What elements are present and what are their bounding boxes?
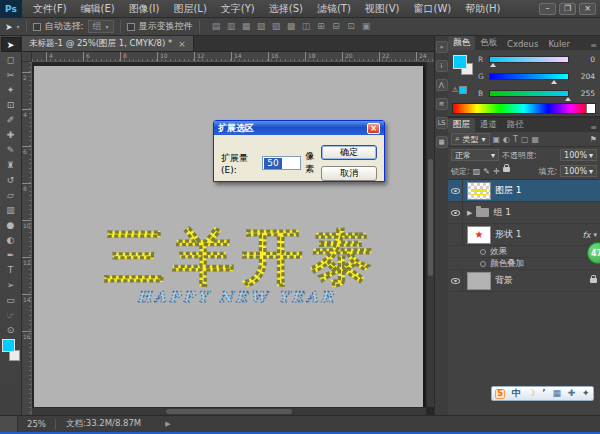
slider-thumb[interactable] [551,80,557,84]
expand-amount-input[interactable]: 50 [262,156,301,170]
menu-layer[interactable]: 图层(L) [166,0,213,17]
opacity-field[interactable]: 100% ▾ [560,149,597,161]
align-left-icon[interactable]: ▤ [210,20,223,33]
lasso-tool[interactable]: ✂ [1,67,21,82]
menu-filter[interactable]: 滤镜(T) [310,0,358,17]
scrollbar-thumb[interactable] [166,409,292,414]
lock-position-icon[interactable]: ✛ [493,167,500,176]
accelerator-ball[interactable]: 47 [587,240,600,266]
green-slider[interactable] [489,73,569,80]
dialog-close-icon[interactable]: × [367,123,380,134]
foreground-color-well[interactable] [453,55,467,69]
tab-paths[interactable]: 路径 [502,118,529,132]
tab-channels[interactable]: 通道 [475,118,502,132]
layer-thumbnail[interactable] [467,272,491,290]
visibility-toggle[interactable] [448,270,463,291]
styles-panel-icon[interactable]: ▦ [436,136,448,148]
align-right-icon[interactable]: ▦ [240,20,253,33]
ime-keyboard-icon[interactable]: ▦ [553,389,562,398]
dialog-title-bar[interactable]: 扩展选区 × [214,121,384,135]
tab-swatches[interactable]: 色板 [475,36,502,50]
quick-selection-tool[interactable]: ✦ [1,82,21,97]
layer-name[interactable]: 图层 1 [495,184,522,197]
fx-icon[interactable]: fx [582,230,590,240]
ime-punctuation-icon[interactable]: ’ [542,389,545,398]
crop-tool[interactable]: ⊡ [1,97,21,112]
arrange-3d-icon[interactable]: ▣ [360,20,373,33]
menu-window[interactable]: 窗口(W) [406,0,458,17]
hand-tool[interactable]: ☞ [1,307,21,322]
menu-edit[interactable]: 编辑(E) [74,0,122,17]
filter-adjustment-icon[interactable]: ◐ [503,135,510,144]
vertical-ruler[interactable]: 2 4 6 8 10 12 14 16 [22,62,32,415]
menu-select[interactable]: 选择(S) [262,0,310,17]
close-button[interactable]: × [579,3,596,15]
dodge-tool[interactable]: ◐ [1,232,21,247]
chevron-down-icon[interactable]: ▾ [593,231,597,239]
filter-kind-dropdown[interactable]: ⌕ 类型 ▾ [451,133,490,145]
tab-cxdeus[interactable]: Cxdeus [502,38,543,50]
distribute-right-icon[interactable]: ⊟ [330,20,343,33]
foreground-color-swatch[interactable] [2,339,15,352]
spot-healing-tool[interactable]: ✚ [1,127,21,142]
filter-type-icon[interactable]: T [513,135,518,144]
menu-file[interactable]: 文件(F) [26,0,74,17]
cancel-button[interactable]: 取消 [321,166,377,181]
ls-plugin-icon[interactable]: LS [436,117,448,129]
adjustments-panel-icon[interactable]: ≋ [436,98,448,110]
filter-smart-object-icon[interactable]: ▦ [532,135,540,144]
status-options-arrow-icon[interactable]: ▶ [151,420,170,428]
menu-view[interactable]: 视图(V) [358,0,407,17]
ime-halfwidth-icon[interactable]: ☽ [528,389,536,398]
scrollbar-thumb[interactable] [428,159,433,276]
shape-tool[interactable]: ▭ [1,292,21,307]
layer-row-layer1[interactable]: 图层 1 [448,180,600,202]
lock-all-icon[interactable] [503,167,510,172]
layer-name[interactable]: 背景 [495,274,513,287]
gamut-warning[interactable]: ⚠ [452,86,467,94]
align-bottom-icon[interactable]: ▩ [285,20,298,33]
blue-slider[interactable] [489,90,569,97]
ime-logo-icon[interactable]: S [495,389,505,399]
horizontal-ruler[interactable]: 4 6 8 10 12 14 16 18 20 22 24 [32,52,434,62]
eraser-tool[interactable]: ▱ [1,187,21,202]
filter-toggle-icon[interactable]: ⚑ [590,135,597,144]
layer-row-group1[interactable]: ▶ 组 1 [448,202,600,224]
ime-addon-icon[interactable]: ✚ [568,389,576,398]
info-panel-icon[interactable]: i [436,60,448,72]
path-selection-tool[interactable]: ➢ [1,277,21,292]
layer-name[interactable]: 形状 1 [495,228,522,241]
tab-close-icon[interactable]: × [178,39,186,49]
align-middle-icon[interactable]: ▨ [270,20,283,33]
distribute-center-icon[interactable]: ⊞ [315,20,328,33]
minimize-button[interactable]: – [539,3,556,15]
lock-pixels-icon[interactable]: ✎ [483,167,490,176]
blur-tool[interactable]: ● [1,217,21,232]
align-center-icon[interactable]: ▥ [225,20,238,33]
menu-image[interactable]: 图像(I) [122,0,167,17]
type-tool[interactable]: T [1,262,21,277]
auto-align-icon[interactable]: ⊡ [345,20,358,33]
canvas-viewport[interactable]: 三羊开泰 HAPPY NEW YEAR [32,62,426,407]
distribute-left-icon[interactable]: ◫ [300,20,313,33]
layer-name[interactable]: 组 1 [493,206,511,219]
white-swatch[interactable] [586,104,595,113]
effects-row[interactable]: 效果 [448,246,600,258]
pen-tool[interactable]: ✒ [1,247,21,262]
gradient-tool[interactable]: ▥ [1,202,21,217]
layer-thumbnail[interactable]: ★ [467,226,491,244]
visibility-toggle[interactable] [448,180,463,201]
filter-pixel-icon[interactable]: ▣ [493,135,501,144]
auto-select-checkbox[interactable] [33,23,41,31]
restore-button[interactable]: ❐ [559,3,576,15]
layer-row-background[interactable]: 背景 [448,270,600,292]
canvas-document[interactable]: 三羊开泰 HAPPY NEW YEAR [34,66,423,407]
slider-thumb[interactable] [565,97,571,101]
layer-row-shape1[interactable]: ★ 形状 1 fx ▾ [448,224,600,246]
fill-field[interactable]: 100% ▾ [560,165,597,177]
zoom-level-field[interactable]: 25% [18,419,55,429]
panel-menu-icon[interactable]: ≡ [590,123,600,132]
auto-select-dropdown[interactable]: 组 ▾ [88,20,114,33]
eyedropper-tool[interactable]: ✐ [1,112,21,127]
tab-kuler[interactable]: Kuler [543,38,575,50]
